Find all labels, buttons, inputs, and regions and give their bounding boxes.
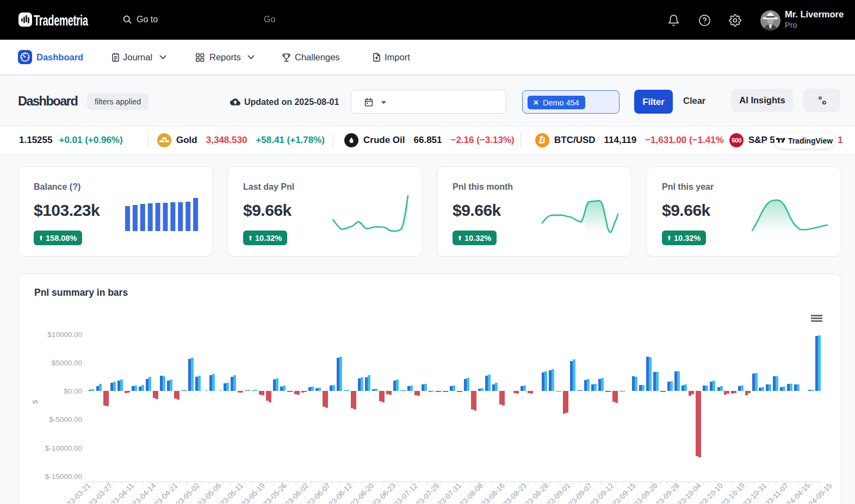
svg-text:23-09-01: 23-09-01 xyxy=(545,482,572,504)
svg-text:$-5000.00: $-5000.00 xyxy=(49,415,82,424)
svg-text:23-06-20: 23-06-20 xyxy=(349,482,376,504)
svg-text:23-05-05: 23-05-05 xyxy=(196,482,223,504)
svg-text:23-09-07: 23-09-07 xyxy=(567,482,594,504)
svg-text:23-07-31: 23-07-31 xyxy=(436,482,463,504)
svg-text:$0.00: $0.00 xyxy=(64,387,82,395)
svg-text:23-05-11: 23-05-11 xyxy=(219,482,245,504)
svg-text:23-06-02: 23-06-02 xyxy=(283,482,310,504)
svg-text:23-06-23: 23-06-23 xyxy=(371,482,398,504)
svg-text:23-10-19: 23-10-19 xyxy=(720,482,746,504)
svg-text:23-04-21: 23-04-21 xyxy=(153,482,179,504)
svg-text:24-05-15: 24-05-15 xyxy=(807,482,834,504)
svg-text:23-05-26: 23-05-26 xyxy=(262,482,288,504)
svg-text:24-04-15: 24-04-15 xyxy=(785,482,812,504)
svg-text:23-08-08: 23-08-08 xyxy=(458,482,485,504)
svg-text:23-11-07: 23-11-07 xyxy=(764,482,790,504)
svg-text:23-05-19: 23-05-19 xyxy=(240,482,267,504)
svg-text:23-04-11: 23-04-11 xyxy=(109,482,135,504)
svg-text:23-09-20: 23-09-20 xyxy=(633,482,659,504)
svg-text:23-10-31: 23-10-31 xyxy=(741,482,768,504)
svg-text:$: $ xyxy=(31,400,39,404)
svg-text:23-08-16: 23-08-16 xyxy=(480,482,506,504)
svg-text:$5000.00: $5000.00 xyxy=(52,359,82,367)
svg-text:23-08-28: 23-08-28 xyxy=(523,482,550,504)
svg-text:23-09-12: 23-09-12 xyxy=(589,482,616,504)
svg-text:23-03-21: 23-03-21 xyxy=(65,482,92,504)
svg-text:$-15000.00: $-15000.00 xyxy=(45,472,82,481)
svg-text:23-09-28: 23-09-28 xyxy=(654,482,681,504)
svg-text:23-05-02: 23-05-02 xyxy=(175,482,201,504)
svg-text:23-06-07: 23-06-07 xyxy=(305,482,332,504)
svg-text:23-09-15: 23-09-15 xyxy=(611,482,637,504)
svg-text:23-06-12: 23-06-12 xyxy=(327,482,354,504)
svg-text:$-10000.00: $-10000.00 xyxy=(45,444,82,452)
svg-text:23-07-12: 23-07-12 xyxy=(393,482,419,504)
svg-text:$10000.00: $10000.00 xyxy=(47,331,82,339)
svg-text:23-07-25: 23-07-25 xyxy=(414,482,441,504)
svg-text:23-10-10: 23-10-10 xyxy=(698,482,724,504)
svg-text:23-08-23: 23-08-23 xyxy=(501,482,528,504)
svg-text:23-03-27: 23-03-27 xyxy=(87,482,114,504)
